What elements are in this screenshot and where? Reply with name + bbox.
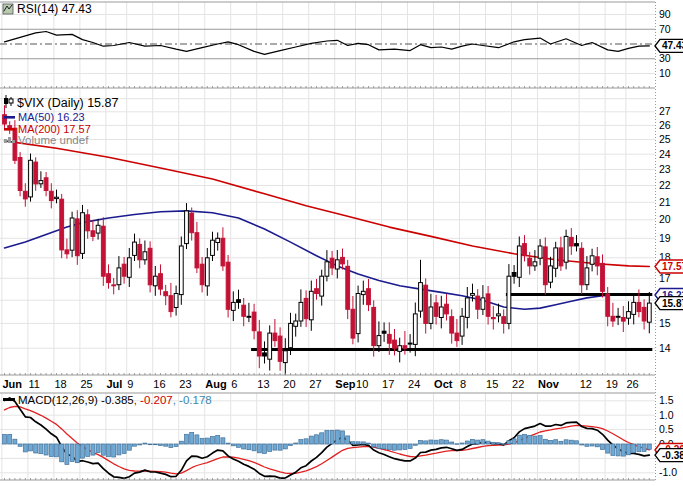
histogram-bar xyxy=(585,444,589,446)
histogram-bar xyxy=(60,444,64,462)
macd-axis-label: 1.5 xyxy=(659,394,674,406)
histogram-bar xyxy=(205,438,209,444)
histogram-bar xyxy=(398,444,402,450)
candle-body xyxy=(533,262,537,266)
candle-body xyxy=(481,298,485,309)
histogram-bar xyxy=(23,444,27,452)
histogram-bar xyxy=(242,444,246,449)
candle-body xyxy=(23,191,27,199)
candle-body xyxy=(179,246,183,295)
histogram-bar xyxy=(372,444,376,447)
histogram-bar xyxy=(481,440,485,444)
histogram-bar xyxy=(387,444,391,450)
histogram-bar xyxy=(559,441,563,444)
histogram-bar xyxy=(325,431,329,444)
date-label: 17 xyxy=(382,378,394,390)
date-label: 8 xyxy=(460,378,466,390)
price-axis-label: 21 xyxy=(659,196,671,208)
price-axis-label: 15 xyxy=(659,317,671,329)
histogram-bar xyxy=(55,444,59,457)
histogram-bar xyxy=(642,444,646,451)
histogram-bar xyxy=(304,439,308,444)
last-price-callout-text: 15.87 xyxy=(662,298,683,309)
candle-body xyxy=(491,318,495,319)
histogram-bar xyxy=(450,442,454,444)
histogram-bar xyxy=(127,444,131,450)
date-label: 20 xyxy=(283,378,295,390)
histogram-bar xyxy=(91,444,95,455)
candle-body xyxy=(517,246,521,277)
histogram-bar xyxy=(247,444,251,450)
histogram-bar xyxy=(549,440,553,444)
candle-body xyxy=(231,302,235,310)
histogram-bar xyxy=(507,441,511,444)
candle-body xyxy=(538,246,542,258)
candle-body xyxy=(268,333,272,359)
histogram-bar xyxy=(647,444,651,449)
date-label: 25 xyxy=(81,378,93,390)
vix-daily-chart: 9070301027262524232221201918171615141.51… xyxy=(0,0,683,486)
date-label: Jun xyxy=(3,378,23,390)
candle-body xyxy=(8,126,12,129)
candle-body xyxy=(351,309,355,338)
candle-body xyxy=(419,283,423,312)
histogram-bar xyxy=(382,444,386,449)
histogram-bar xyxy=(226,443,230,444)
histogram-bar xyxy=(81,444,85,458)
histogram-bar xyxy=(195,435,199,444)
histogram-bar xyxy=(491,442,495,444)
candle-body xyxy=(65,250,69,254)
ma50-dash-icon xyxy=(4,116,15,119)
price-axis-label: 26 xyxy=(659,119,671,131)
histogram-bar xyxy=(3,435,7,445)
candle-body xyxy=(117,268,121,285)
price-axis-label: 27 xyxy=(659,105,671,117)
date-label: 24 xyxy=(408,378,420,390)
candle-body xyxy=(133,242,137,255)
histogram-bar xyxy=(34,444,38,453)
histogram-bar xyxy=(497,443,501,444)
candle-body xyxy=(247,316,251,317)
price-axis-label: 23 xyxy=(659,163,671,175)
histogram-bar xyxy=(211,437,215,445)
histogram-bar xyxy=(564,440,568,444)
candle-body xyxy=(101,226,105,276)
histogram-bar xyxy=(465,441,469,444)
histogram-bar xyxy=(179,441,183,444)
candle-body xyxy=(601,263,605,291)
candlestick-icon xyxy=(9,99,13,103)
histogram-bar xyxy=(315,435,319,444)
candle-body xyxy=(237,300,241,303)
candle-body xyxy=(486,294,490,316)
candle-body xyxy=(356,294,360,334)
histogram-bar xyxy=(185,434,189,444)
candle-body xyxy=(289,323,293,347)
price-legend-title: $VIX (Daily) 15.87 xyxy=(17,96,118,110)
histogram-bar xyxy=(278,444,282,450)
rsi-legend-label: RSI(14) 47.43 xyxy=(17,2,92,16)
histogram-bar xyxy=(153,444,157,445)
candle-body xyxy=(606,294,610,316)
candle-body xyxy=(377,336,381,346)
date-label: Sep xyxy=(335,378,355,390)
candle-body xyxy=(507,276,511,323)
candle-body xyxy=(434,303,438,316)
histogram-bar xyxy=(8,434,12,444)
histogram-bar xyxy=(18,444,22,446)
candle-body xyxy=(122,264,126,276)
candle-body xyxy=(91,231,95,237)
candle-body xyxy=(309,291,313,320)
histogram-bar xyxy=(517,435,521,444)
histogram-bar xyxy=(403,444,407,450)
candle-body xyxy=(252,312,256,331)
candle-body xyxy=(335,260,339,269)
histogram-bar xyxy=(341,431,345,444)
macd-axis-label: -1.0 xyxy=(659,466,677,478)
candle-body xyxy=(13,128,17,160)
date-label: 13 xyxy=(257,378,269,390)
rsi-axis-label: 70 xyxy=(659,23,671,35)
candle-body xyxy=(216,238,220,242)
candle-body xyxy=(325,262,329,276)
histogram-bar xyxy=(174,444,178,447)
histogram-bar xyxy=(543,439,547,444)
